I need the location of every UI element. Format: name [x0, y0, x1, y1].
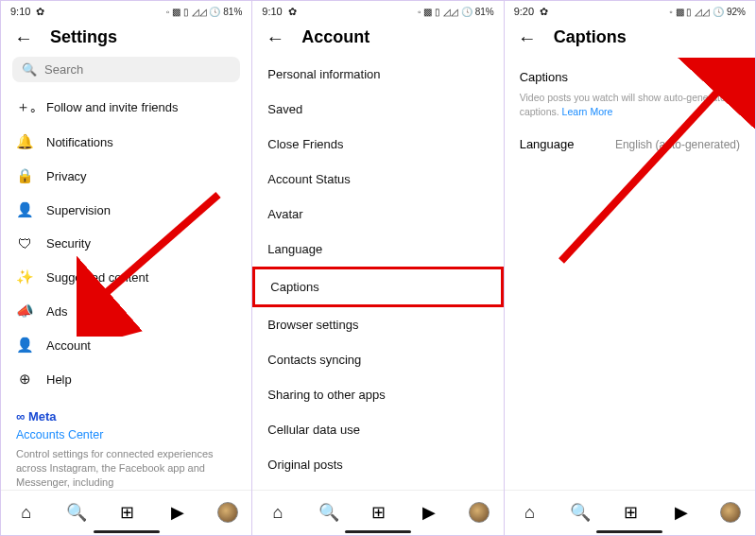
- item-icon: 🛡: [16, 235, 33, 251]
- settings-item-help[interactable]: ⊕Help: [1, 362, 251, 396]
- status-bar: 9:10 ✿ ◦ ▩ ▯ ◿◿ 🕓 81%: [252, 1, 503, 20]
- settings-status-icon: ✿: [288, 7, 297, 17]
- nav-reels-icon[interactable]: ▶: [418, 504, 440, 521]
- settings-item-account[interactable]: 👤Account: [1, 328, 251, 362]
- nav-profile-avatar[interactable]: [217, 502, 238, 523]
- item-label: Security: [46, 236, 91, 251]
- nav-reels-icon[interactable]: ▶: [166, 504, 189, 521]
- account-item-request-verification[interactable]: Request verification: [252, 482, 503, 490]
- status-bar: 9:20 ✿ ◦ ▩ ▯ ◿◿ 🕓 92%: [505, 1, 755, 20]
- account-item-personal-information[interactable]: Personal information: [252, 57, 503, 92]
- item-label: Supervision: [46, 203, 111, 217]
- battery-text: 81%: [223, 7, 242, 17]
- status-bar: 9:10 ✿ ◦ ▩ ▯ ◿◿ 🕓 81%: [1, 1, 251, 20]
- captions-toggle[interactable]: [708, 68, 740, 85]
- settings-item-about[interactable]: ⓘAbout: [1, 396, 251, 403]
- home-indicator: [345, 530, 411, 533]
- settings-status-icon: ✿: [540, 7, 548, 17]
- language-label: Language: [520, 137, 575, 151]
- page-title: Account: [301, 27, 369, 47]
- language-value: English (auto-generated): [615, 138, 740, 151]
- captions-description: Video posts you watch will show auto-gen…: [505, 91, 755, 118]
- nav-search-icon[interactable]: 🔍: [569, 504, 592, 521]
- learn-more-link[interactable]: Learn More: [562, 106, 613, 117]
- account-item-browser-settings[interactable]: Browser settings: [252, 307, 503, 342]
- settings-item-supervision[interactable]: 👤Supervision: [1, 193, 251, 227]
- settings-item-suggested-content[interactable]: ✨Suggested content: [1, 260, 251, 294]
- nav-reels-icon[interactable]: ▶: [670, 504, 693, 521]
- item-icon: ⊕: [16, 371, 33, 388]
- page-header: ← Captions: [505, 20, 755, 57]
- status-icons: ◦ ▩ ▯ ◿◿ 🕓: [418, 7, 472, 17]
- search-placeholder: Search: [44, 62, 83, 77]
- account-item-cellular-data-use[interactable]: Cellular data use: [252, 412, 503, 447]
- settings-item-ads[interactable]: 📣Ads: [1, 294, 251, 328]
- clock: 9:10: [262, 6, 282, 17]
- nav-home-icon[interactable]: ⌂: [518, 504, 541, 521]
- home-indicator: [596, 530, 662, 533]
- item-label: Ads: [46, 304, 67, 319]
- meta-section: Meta Accounts Center Control settings fo…: [1, 403, 251, 490]
- item-icon: 👤: [16, 337, 33, 354]
- meta-description: Control settings for connected experienc…: [16, 447, 236, 490]
- page-title: Captions: [554, 27, 627, 47]
- account-item-original-posts[interactable]: Original posts: [252, 447, 503, 482]
- item-label: Suggested content: [46, 270, 148, 285]
- nav-home-icon[interactable]: ⌂: [15, 504, 38, 521]
- battery-text: 92%: [727, 7, 746, 17]
- settings-item-notifications[interactable]: 🔔Notifications: [1, 125, 251, 159]
- item-label: Help: [46, 372, 72, 387]
- account-list: Personal informationSavedClose FriendsAc…: [252, 57, 503, 490]
- account-item-captions[interactable]: Captions: [252, 267, 503, 307]
- item-label: Account: [46, 338, 91, 353]
- back-arrow-icon[interactable]: ←: [518, 28, 537, 47]
- account-item-contacts-syncing[interactable]: Contacts syncing: [252, 342, 503, 377]
- item-label: Follow and invite friends: [46, 100, 178, 114]
- account-item-language[interactable]: Language: [252, 232, 503, 267]
- meta-logo: Meta: [16, 408, 236, 425]
- nav-add-icon[interactable]: ⊞: [368, 504, 390, 521]
- settings-item-privacy[interactable]: 🔒Privacy: [1, 159, 251, 193]
- language-row[interactable]: Language English (auto-generated): [505, 118, 755, 157]
- account-item-account-status[interactable]: Account Status: [252, 162, 503, 197]
- page-header: ← Account: [252, 20, 503, 57]
- settings-list: ＋｡Follow and invite friends🔔Notification…: [1, 90, 251, 403]
- item-icon: 🔔: [16, 133, 33, 150]
- account-item-saved[interactable]: Saved: [252, 92, 503, 127]
- clock: 9:10: [10, 6, 30, 17]
- search-icon: 🔍: [22, 62, 37, 77]
- nav-profile-avatar[interactable]: [720, 502, 741, 523]
- nav-home-icon[interactable]: ⌂: [266, 504, 289, 521]
- item-icon: 👤: [16, 201, 33, 218]
- captions-row: Captions: [505, 57, 755, 91]
- account-item-sharing-to-other-apps[interactable]: Sharing to other apps: [252, 377, 503, 412]
- nav-search-icon[interactable]: 🔍: [318, 504, 340, 521]
- status-icons: ◦ ▩ ▯ ◿◿ 🕓: [166, 7, 221, 17]
- nav-add-icon[interactable]: ⊞: [116, 504, 139, 521]
- captions-label: Captions: [520, 70, 568, 84]
- back-arrow-icon[interactable]: ←: [14, 28, 33, 47]
- nav-profile-avatar[interactable]: [469, 502, 490, 523]
- item-label: Privacy: [46, 169, 87, 183]
- account-item-avatar[interactable]: Avatar: [252, 197, 503, 232]
- nav-add-icon[interactable]: ⊞: [619, 504, 642, 521]
- bottom-nav: ⌂ 🔍 ⊞ ▶: [505, 490, 755, 535]
- item-label: Notifications: [46, 135, 113, 149]
- account-item-close-friends[interactable]: Close Friends: [252, 127, 503, 162]
- search-input[interactable]: 🔍 Search: [12, 57, 240, 82]
- settings-item-security[interactable]: 🛡Security: [1, 227, 251, 260]
- battery-text: 81%: [475, 7, 494, 17]
- settings-status-icon: ✿: [36, 7, 44, 17]
- home-indicator: [94, 530, 160, 533]
- toggle-thumb: [723, 68, 740, 85]
- bottom-nav: ⌂ 🔍 ⊞ ▶: [252, 490, 503, 535]
- nav-search-icon[interactable]: 🔍: [65, 504, 88, 521]
- settings-item-follow-and-invite-friends[interactable]: ＋｡Follow and invite friends: [1, 90, 251, 125]
- item-icon: ✨: [16, 268, 33, 285]
- item-icon: ＋｡: [16, 98, 33, 116]
- item-icon: 🔒: [16, 167, 33, 184]
- clock: 9:20: [514, 6, 534, 17]
- page-title: Settings: [50, 27, 117, 47]
- back-arrow-icon[interactable]: ←: [266, 28, 284, 47]
- accounts-center-link[interactable]: Accounts Center: [16, 427, 236, 444]
